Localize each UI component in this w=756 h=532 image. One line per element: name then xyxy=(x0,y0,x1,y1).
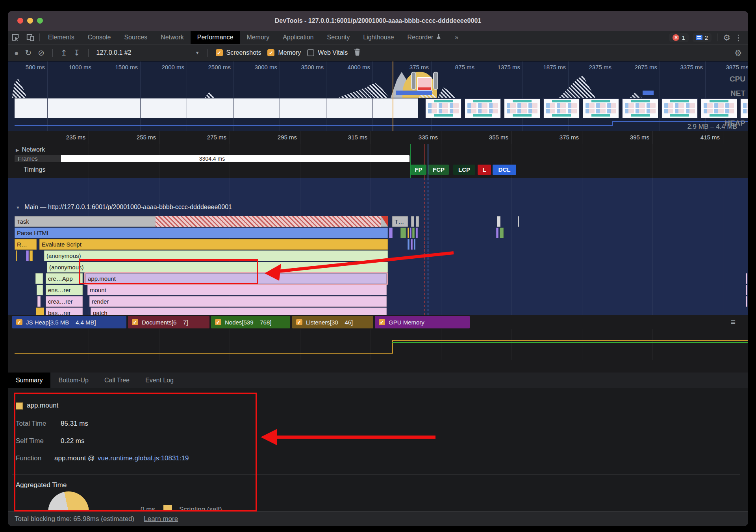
frames-duration-bar[interactable]: 3304.4 ms xyxy=(15,155,410,162)
flame-bar[interactable] xyxy=(36,308,44,315)
tab-bottom-up[interactable]: Bottom-Up xyxy=(50,373,96,388)
flame-bar[interactable] xyxy=(37,296,41,307)
flame-bar[interactable] xyxy=(416,228,418,238)
flame-bar[interactable] xyxy=(497,216,500,227)
kebab-menu-icon[interactable]: ⋮ xyxy=(734,33,743,42)
network-lane[interactable]: ▶Network xyxy=(16,146,45,153)
timing-badge-fp[interactable]: FP xyxy=(411,165,426,175)
capture-settings-gear-icon[interactable]: ⚙ xyxy=(734,49,742,57)
flame-bar-anonymous[interactable]: (anonymous) xyxy=(47,262,388,272)
history-dropdown[interactable]: 127.0.0.1 #2 ▼ xyxy=(96,49,200,56)
filmstrip-thumbnail[interactable] xyxy=(622,98,658,118)
flame-bar[interactable] xyxy=(410,228,411,238)
memory-checkbox[interactable]: ✓ Memory xyxy=(267,49,301,56)
counter-toggle-0[interactable]: ✓JS Heap[3.5 MB – 4.4 MB] xyxy=(12,316,126,328)
selection-handle-left[interactable] xyxy=(411,72,416,90)
flame-bar[interactable] xyxy=(389,228,393,238)
flame-bar[interactable] xyxy=(411,216,414,227)
flame-bar[interactable] xyxy=(518,216,519,227)
flame-bar[interactable] xyxy=(408,239,410,250)
tab-security[interactable]: Security xyxy=(320,31,356,44)
tab-event-log[interactable]: Event Log xyxy=(137,373,182,388)
counter-toggle-3[interactable]: ✓Listeners[30 – 46] xyxy=(292,316,373,328)
flame-bar[interactable] xyxy=(500,228,504,238)
tab-summary[interactable]: Summary xyxy=(8,373,50,388)
flame-bar[interactable] xyxy=(414,239,415,250)
flame-bar-task[interactable]: T… xyxy=(392,216,408,227)
tab-elements[interactable]: Elements xyxy=(41,31,81,44)
timing-badge-lcp[interactable]: LCP xyxy=(453,165,475,175)
flame-bar[interactable] xyxy=(16,250,17,261)
flame-bar[interactable] xyxy=(746,296,747,307)
flame-bar-parse-html[interactable]: Parse HTML xyxy=(15,228,388,238)
flame-bar-base-renderer[interactable]: bas…rer xyxy=(46,308,83,315)
selection-handle-right[interactable] xyxy=(433,72,438,90)
counter-toggle-1[interactable]: ✓Documents[6 – 7] xyxy=(128,316,209,328)
tab-performance[interactable]: Performance xyxy=(191,31,240,44)
flame-bar-mount[interactable]: mount xyxy=(87,285,387,295)
timing-badge-fcp[interactable]: FCP xyxy=(428,165,449,175)
main-flame-chart[interactable]: ▼ Main — http://127.0.0.1:6001/p/2000100… xyxy=(8,178,748,315)
flame-bar-anonymous[interactable]: (anonymous) xyxy=(44,250,388,261)
filmstrip-thumbnail[interactable] xyxy=(662,98,698,118)
filmstrip-thumbnail[interactable] xyxy=(504,98,540,118)
flame-bar[interactable] xyxy=(411,239,413,250)
web-vitals-checkbox[interactable]: Web Vitals xyxy=(307,49,348,56)
filmstrip-thumbnail[interactable] xyxy=(543,98,580,118)
flame-bar-patch[interactable]: patch xyxy=(91,308,387,315)
screenshots-checkbox[interactable]: ✓ Screenshots xyxy=(216,49,261,56)
memory-counter-chart[interactable] xyxy=(8,329,748,373)
flame-bar-render[interactable]: render xyxy=(89,296,387,307)
source-location-link[interactable]: vue.runtime.global.js:10831:19 xyxy=(98,454,189,462)
flame-bar[interactable] xyxy=(35,273,43,284)
filmstrip-track[interactable] xyxy=(15,98,418,118)
tab-recorder[interactable]: Recorder xyxy=(401,31,448,44)
trash-icon[interactable] xyxy=(354,48,361,57)
error-count-badge[interactable]: ✕ 1 xyxy=(669,33,688,42)
tab-application[interactable]: Application xyxy=(276,31,320,44)
flame-bar-app-mount-selected[interactable]: app.mount xyxy=(85,273,387,284)
tab-lighthouse[interactable]: Lighthouse xyxy=(356,31,400,44)
flame-bar[interactable] xyxy=(408,228,409,238)
flame-bar-r[interactable]: R… xyxy=(15,239,37,250)
flame-bar[interactable] xyxy=(400,228,406,238)
filmstrip-thumbnail[interactable] xyxy=(583,98,619,118)
device-toolbar-icon[interactable] xyxy=(25,31,35,44)
tab-memory[interactable]: Memory xyxy=(240,31,276,44)
flame-bar-create-app[interactable]: cre…App xyxy=(46,273,83,284)
frames-lane-label[interactable]: Frames xyxy=(15,155,61,163)
reload-and-record-icon[interactable]: ↻ xyxy=(25,49,32,57)
filmstrip-thumbnail[interactable] xyxy=(425,98,461,118)
load-profile-icon[interactable]: ↥ xyxy=(61,49,67,57)
flame-bar[interactable] xyxy=(26,250,29,261)
issues-count-badge[interactable]: 2 xyxy=(693,33,712,42)
timeline-overview[interactable]: 500 ms1000 ms1500 ms2000 ms2500 ms3000 m… xyxy=(8,61,748,131)
flame-bar[interactable] xyxy=(30,250,33,261)
tab-console[interactable]: Console xyxy=(81,31,118,44)
tab-sources[interactable]: Sources xyxy=(117,31,154,44)
timing-badge-l[interactable]: L xyxy=(478,165,491,175)
flame-bar[interactable] xyxy=(746,273,747,284)
counter-toggle-2[interactable]: ✓Nodes[539 – 768] xyxy=(211,316,290,328)
flame-bar-task[interactable]: Task xyxy=(15,216,388,227)
learn-more-link[interactable]: Learn more xyxy=(144,515,178,523)
main-thread-header[interactable]: ▼ Main — http://127.0.0.1:6001/p/2000100… xyxy=(16,202,232,213)
inspect-element-icon[interactable] xyxy=(10,31,20,44)
hamburger-menu-icon[interactable]: ≡ xyxy=(731,318,736,326)
filmstrip-thumbnail[interactable] xyxy=(701,98,737,118)
flame-bar-ensure-renderer[interactable]: ens…rer xyxy=(46,285,83,295)
flame-bar-evaluate-script[interactable]: Evaluate Script xyxy=(39,239,388,250)
flame-bar[interactable] xyxy=(416,216,419,227)
settings-gear-icon[interactable]: ⚙ xyxy=(723,33,730,42)
clear-recording-icon[interactable]: ⊘ xyxy=(38,49,44,57)
tab-call-tree[interactable]: Call Tree xyxy=(96,373,137,388)
flame-bar-create-renderer[interactable]: crea…rer xyxy=(46,296,83,307)
flame-bar[interactable] xyxy=(496,228,498,238)
timing-badge-dcl[interactable]: DCL xyxy=(493,165,516,175)
more-tabs-button[interactable]: » xyxy=(448,31,465,44)
save-profile-icon[interactable]: ↧ xyxy=(74,49,80,57)
filmstrip-thumbnail[interactable] xyxy=(465,98,501,118)
filmstrip-thumbnail[interactable] xyxy=(740,98,748,118)
record-button[interactable]: ● xyxy=(14,49,19,57)
flame-bar[interactable] xyxy=(746,285,747,295)
